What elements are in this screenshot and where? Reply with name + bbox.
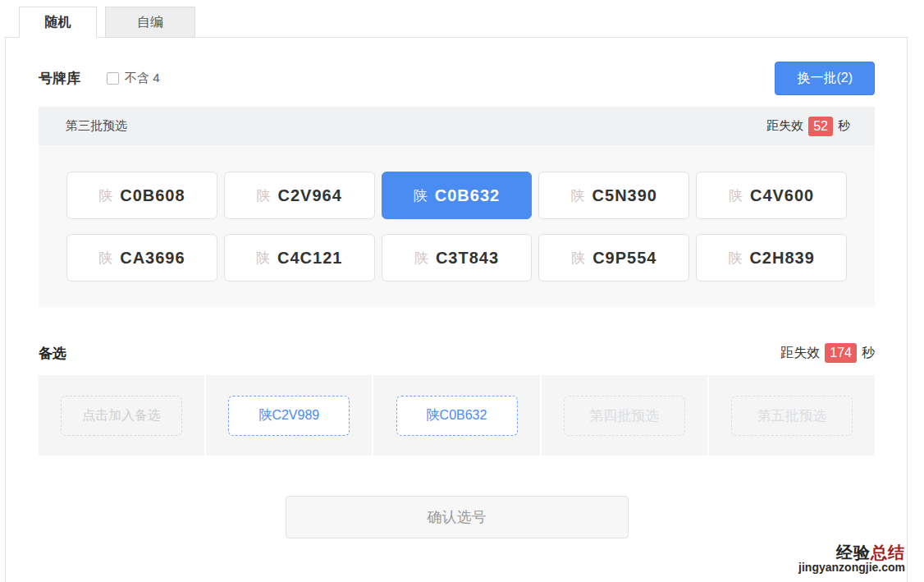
alternate-slot-placeholder: 第五批预选 bbox=[731, 396, 853, 436]
plate-option[interactable]: 陕C9P554 bbox=[538, 234, 689, 282]
alternate-cell: 陕C0B632 bbox=[373, 375, 539, 456]
tab-content-panel: 号牌库 不含 4 换一批(2) 第三批预选 距失效 52 秒 陕C0B608陕C… bbox=[5, 37, 908, 582]
plate-province: 陕 bbox=[728, 249, 742, 268]
plate-province: 陕 bbox=[256, 249, 270, 268]
plate-number: C5N390 bbox=[592, 186, 657, 205]
plate-option[interactable]: 陕C0B608 bbox=[66, 172, 217, 219]
plate-option[interactable]: 陕C0B632 bbox=[382, 172, 533, 219]
plate-option[interactable]: 陕C4C121 bbox=[224, 234, 375, 282]
tab-custom[interactable]: 自编 bbox=[105, 7, 195, 38]
plate-province: 陕 bbox=[98, 249, 112, 268]
plate-option[interactable]: 陕C4V600 bbox=[696, 172, 847, 219]
pool-expiry-countdown-badge: 52 bbox=[808, 117, 833, 136]
plate-number: C4C121 bbox=[277, 249, 342, 268]
plate-number: C0B608 bbox=[120, 186, 185, 205]
plate-grid: 陕C0B608陕C2V964陕C0B632陕C5N390陕C4V600陕CA36… bbox=[66, 172, 847, 282]
plate-option[interactable]: 陕C2V964 bbox=[224, 172, 375, 219]
pool-title: 号牌库 bbox=[39, 69, 80, 88]
alternates-expiry-suffix: 秒 bbox=[862, 345, 875, 362]
tab-bar: 随机 自编 bbox=[19, 7, 924, 38]
batch-title: 第三批预选 bbox=[66, 118, 127, 134]
refresh-batch-button[interactable]: 换一批(2) bbox=[775, 62, 875, 95]
alternates-strip: 点击加入备选陕C2V989陕C0B632第四批预选第五批预选 bbox=[39, 375, 875, 456]
watermark-url: jingyanzongjie.com bbox=[798, 561, 905, 574]
pool-expiry-suffix: 秒 bbox=[838, 118, 850, 134]
plate-province: 陕 bbox=[571, 249, 585, 268]
tab-random[interactable]: 随机 bbox=[19, 7, 97, 38]
pool-header: 号牌库 不含 4 换一批(2) bbox=[39, 62, 875, 95]
plate-pool-area: 陕C0B608陕C2V964陕C0B632陕C5N390陕C4V600陕CA36… bbox=[39, 145, 875, 307]
plate-option[interactable]: 陕C2H839 bbox=[696, 234, 847, 282]
alternate-cell: 陕C2V989 bbox=[206, 375, 372, 456]
plate-number: C3T843 bbox=[436, 249, 499, 268]
plate-province: 陕 bbox=[98, 186, 112, 205]
watermark-title: 经验总结 bbox=[798, 544, 905, 561]
batch-header-bar: 第三批预选 距失效 52 秒 bbox=[39, 107, 875, 145]
alternates-expiry-prefix: 距失效 bbox=[780, 345, 820, 362]
plate-option[interactable]: 陕CA3696 bbox=[66, 234, 217, 282]
pool-expiry: 距失效 52 秒 bbox=[766, 117, 850, 136]
alternate-slot-filled[interactable]: 陕C2V989 bbox=[228, 396, 350, 436]
plate-number: C2H839 bbox=[749, 249, 814, 268]
plate-number: C2V964 bbox=[278, 186, 342, 205]
alternate-slot-empty[interactable]: 点击加入备选 bbox=[61, 396, 182, 436]
alternates-header: 备选 距失效 174 秒 bbox=[39, 343, 875, 363]
watermark: 经验总结 jingyanzongjie.com bbox=[798, 544, 905, 574]
alternates-expiry-countdown-badge: 174 bbox=[825, 343, 857, 363]
plate-number: C9P554 bbox=[592, 249, 656, 268]
plate-province: 陕 bbox=[257, 186, 271, 205]
plate-province: 陕 bbox=[571, 186, 585, 205]
plate-number: CA3696 bbox=[120, 249, 185, 268]
alternates-title: 备选 bbox=[39, 344, 66, 363]
alternate-slot-placeholder: 第四批预选 bbox=[564, 396, 685, 436]
alternate-cell: 第五批预选 bbox=[709, 375, 875, 456]
plate-option[interactable]: 陕C3T843 bbox=[382, 234, 533, 282]
plate-option[interactable]: 陕C5N390 bbox=[538, 172, 689, 219]
plate-province: 陕 bbox=[729, 186, 743, 205]
plate-province: 陕 bbox=[414, 249, 428, 268]
confirm-selection-button[interactable]: 确认选号 bbox=[286, 496, 629, 538]
exclude-4-checkbox[interactable] bbox=[107, 72, 119, 85]
alternate-cell: 点击加入备选 bbox=[39, 375, 204, 456]
plate-province: 陕 bbox=[414, 186, 428, 205]
plate-number: C0B632 bbox=[435, 186, 500, 205]
alternates-expiry: 距失效 174 秒 bbox=[780, 343, 875, 363]
exclude-4-label: 不含 4 bbox=[125, 71, 160, 86]
plate-number: C4V600 bbox=[750, 186, 814, 205]
alternate-slot-filled[interactable]: 陕C0B632 bbox=[396, 396, 518, 436]
alternate-cell: 第四批预选 bbox=[542, 375, 707, 456]
exclude-4-option[interactable]: 不含 4 bbox=[107, 71, 160, 86]
watermark-title-red: 总结 bbox=[871, 543, 905, 561]
pool-expiry-prefix: 距失效 bbox=[766, 118, 803, 134]
watermark-title-black: 经验 bbox=[836, 543, 871, 561]
